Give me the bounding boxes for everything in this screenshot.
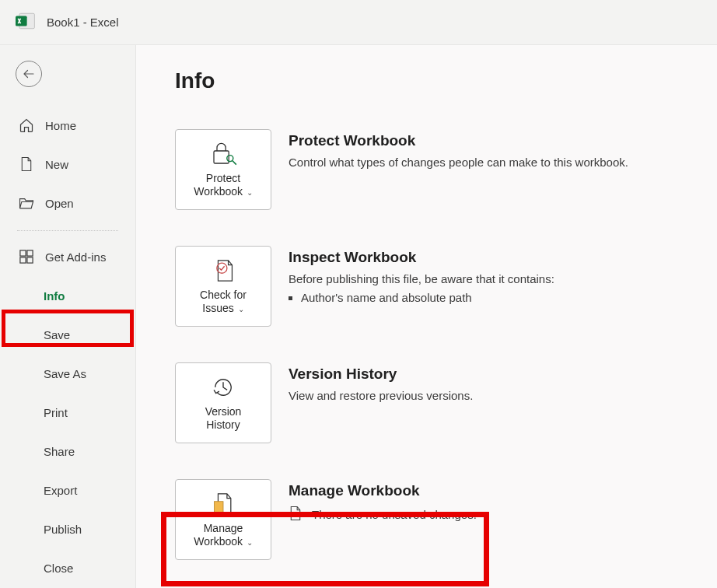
nav-label: Get Add-ins (45, 250, 106, 264)
nav-label: Share (44, 445, 75, 458)
manage-workbook-button[interactable]: Manage Workbook ⌄ (175, 479, 271, 560)
protect-workbook-button[interactable]: Protect Workbook ⌄ (175, 129, 271, 210)
home-icon (19, 117, 34, 133)
nav-new[interactable]: New (0, 145, 135, 184)
section-description: Control what types of changes people can… (289, 154, 628, 171)
chevron-down-icon: ⌄ (236, 305, 244, 313)
inspect-bullets: Author's name and absolute path (289, 291, 554, 304)
nav-label: Close (44, 562, 73, 575)
nav-home[interactable]: Home (0, 106, 135, 145)
backstage-sidebar: Home New Open Get Add-ins Info Save (0, 45, 135, 588)
history-clock-icon (209, 374, 237, 401)
new-file-icon (19, 156, 34, 172)
manage-workbook-section: Manage Workbook ⌄ Manage Workbook There … (175, 479, 717, 560)
back-button[interactable] (16, 61, 42, 87)
tile-label: Protect Workbook ⌄ (194, 172, 253, 198)
nav-info[interactable]: Info (0, 276, 135, 315)
nav-label: Save As (44, 367, 86, 380)
svg-rect-3 (27, 250, 33, 256)
chevron-down-icon: ⌄ (244, 538, 253, 547)
document-stack-icon (209, 491, 237, 517)
svg-point-7 (227, 156, 233, 162)
nav-label: Print (44, 406, 68, 419)
nav-label: Info (44, 289, 65, 303)
open-folder-icon (19, 196, 34, 210)
window-title: Book1 - Excel (47, 16, 119, 29)
nav-close[interactable]: Close (0, 548, 135, 587)
section-title: Inspect Workbook (289, 249, 554, 266)
section-description: View and restore previous versions. (289, 387, 473, 404)
svg-rect-1 (16, 16, 27, 26)
info-page: Info Protect Workbook ⌄ Protec (135, 45, 717, 588)
version-history-section: Version History Version History View and… (175, 362, 717, 443)
lock-key-icon (208, 141, 239, 167)
nav-open[interactable]: Open (0, 184, 135, 222)
addins-icon (19, 250, 34, 264)
inspect-workbook-section: Check for Issues ⌄ Inspect Workbook Befo… (175, 246, 717, 327)
chevron-down-icon: ⌄ (244, 188, 253, 197)
nav-label: Export (44, 484, 77, 497)
section-title: Manage Workbook (289, 482, 477, 499)
svg-rect-4 (20, 257, 26, 263)
nav-label: New (45, 158, 68, 171)
arrow-left-icon (22, 67, 36, 81)
svg-rect-9 (215, 502, 223, 513)
nav-label: Home (45, 119, 76, 132)
section-description: Before publishing this file, be aware th… (289, 271, 554, 288)
nav-label: Save (44, 328, 70, 341)
section-title: Protect Workbook (289, 132, 628, 149)
tile-label: Manage Workbook ⌄ (194, 522, 253, 548)
version-history-button[interactable]: Version History (175, 362, 271, 443)
svg-rect-5 (27, 257, 33, 263)
nav-label: Publish (44, 523, 82, 536)
title-bar: Book1 - Excel (0, 0, 717, 45)
check-for-issues-button[interactable]: Check for Issues ⌄ (175, 246, 271, 327)
nav-publish[interactable]: Publish (0, 509, 135, 548)
nav-label: Open (45, 197, 74, 210)
document-check-icon (209, 257, 237, 284)
section-title: Version History (289, 366, 473, 383)
svg-rect-6 (214, 151, 229, 163)
status-text: There are no unsaved changes. (312, 508, 477, 521)
manage-status-row: There are no unsaved changes. (289, 506, 477, 523)
tile-label: Check for Issues ⌄ (200, 289, 247, 315)
nav-print[interactable]: Print (0, 393, 135, 432)
nav-get-addins[interactable]: Get Add-ins (0, 237, 135, 276)
document-icon (289, 506, 303, 523)
nav-save[interactable]: Save (0, 315, 135, 354)
excel-icon (16, 11, 36, 34)
nav-divider (17, 230, 118, 231)
nav-export[interactable]: Export (0, 471, 135, 509)
bullet-item: Author's name and absolute path (301, 291, 554, 304)
nav-save-as[interactable]: Save As (0, 354, 135, 393)
page-title: Info (175, 68, 717, 93)
svg-rect-2 (20, 250, 26, 256)
nav-share[interactable]: Share (0, 432, 135, 471)
protect-workbook-section: Protect Workbook ⌄ Protect Workbook Cont… (175, 129, 717, 210)
tile-label: Version History (205, 405, 242, 432)
